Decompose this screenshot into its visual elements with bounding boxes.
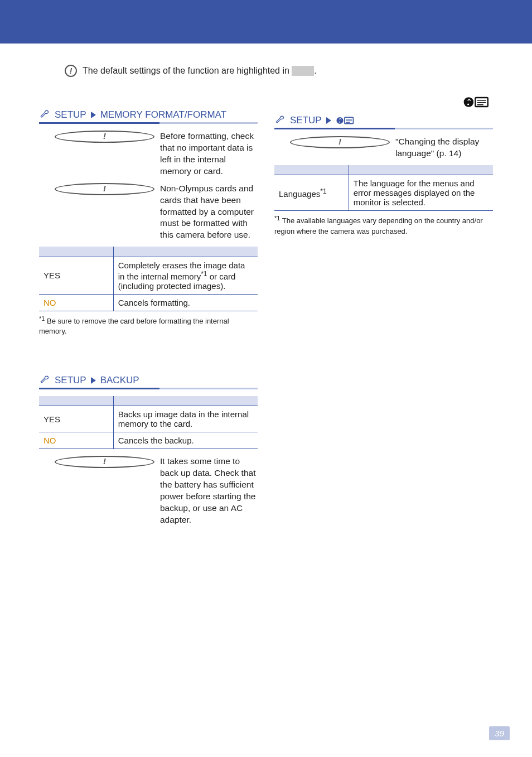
exclamation-icon — [55, 456, 154, 468]
note-text: It takes some time to back up data. Chec… — [160, 456, 258, 526]
footnote-text: Be sure to remove the card before format… — [39, 317, 229, 335]
exclamation-icon — [65, 65, 77, 77]
note-suffix: . — [314, 66, 316, 75]
table-header-cell — [39, 396, 113, 406]
table-row: Languages*1 The language for the menus a… — [274, 175, 493, 211]
note-text: Non-Olympus cards and cards that have be… — [160, 183, 258, 242]
svg-point-6 — [336, 117, 343, 124]
wrench-icon — [39, 109, 50, 120]
options-table-format: YES Completely erases the image data in … — [39, 247, 258, 311]
desc-sup: *1 — [201, 270, 207, 278]
language-menu-icon — [463, 94, 490, 110]
language-glyph-large — [274, 94, 493, 113]
description-cell: Cancels the backup. — [113, 432, 258, 449]
svg-point-0 — [464, 97, 474, 107]
description-cell: Backs up image data in the internal memo… — [113, 406, 258, 432]
section-heading-format: SETUP MEMORY FORMAT/FORMAT — [39, 109, 258, 124]
description-cell: The language for the menus and error mes… — [349, 175, 493, 211]
svg-point-7 — [339, 122, 340, 123]
table-row: YES Backs up image data in the internal … — [39, 406, 258, 432]
footnote-sup: *1 — [39, 315, 45, 322]
breadcrumb-label: MEMORY FORMAT/FORMAT — [100, 109, 226, 120]
left-column: SETUP MEMORY FORMAT/FORMAT Before format… — [39, 94, 258, 532]
breadcrumb-label: BACKUP — [100, 375, 139, 386]
chevron-right-icon — [326, 117, 331, 124]
section-heading-backup: SETUP BACKUP — [39, 375, 258, 389]
note-text: "Changing the display language" (p. 14) — [395, 136, 493, 160]
table-header-cell — [274, 165, 349, 175]
option-cell: YES — [39, 406, 113, 432]
note-text: The default settings of the function are… — [83, 66, 317, 76]
right-column: SETUP "Changing the display language" (p… — [274, 94, 493, 532]
exclamation-icon — [55, 183, 154, 195]
note-item: "Changing the display language" (p. 14) — [290, 136, 493, 160]
page-content: The default settings of the function are… — [0, 44, 532, 532]
table-row: NO Cancels formatting. — [39, 294, 258, 311]
header-band — [0, 0, 532, 44]
wrench-icon — [39, 375, 50, 386]
chevron-right-icon — [91, 112, 96, 118]
default-settings-note: The default settings of the function are… — [65, 65, 493, 77]
footnote-sup: *1 — [274, 215, 280, 221]
option-cell: YES — [39, 257, 113, 294]
table-header-cell — [39, 247, 113, 257]
footnote: *1 Be sure to remove the card before for… — [39, 315, 258, 337]
note-item: It takes some time to back up data. Chec… — [55, 456, 258, 526]
note-text: Before formatting, check that no importa… — [160, 131, 258, 177]
option-cell: NO — [39, 294, 113, 311]
section-heading-language: SETUP — [274, 115, 493, 129]
options-table-backup: YES Backs up image data in the internal … — [39, 396, 258, 450]
footnote: *1 The available languages vary dependin… — [274, 214, 493, 237]
option-sup: *1 — [320, 187, 326, 195]
columns-container: SETUP MEMORY FORMAT/FORMAT Before format… — [39, 94, 493, 532]
highlight-chip — [292, 66, 314, 76]
options-table-language: Languages*1 The language for the menus a… — [274, 165, 493, 211]
note-prefix: The default settings of the function are… — [83, 66, 292, 75]
note-item: Non-Olympus cards and cards that have be… — [55, 183, 258, 242]
wrench-icon — [274, 115, 286, 126]
exclamation-icon — [290, 136, 390, 148]
breadcrumb-label: SETUP — [290, 115, 322, 126]
description-cell: Completely erases the image data in the … — [113, 257, 258, 294]
footnote-text: The available languages vary depending o… — [274, 217, 483, 235]
exclamation-icon — [55, 131, 154, 143]
table-header-cell — [113, 247, 258, 257]
option-cell: NO — [39, 432, 113, 449]
table-header-cell — [113, 396, 258, 406]
description-cell: Cancels formatting. — [113, 294, 258, 311]
page-number: 39 — [489, 726, 510, 740]
svg-point-1 — [467, 103, 469, 105]
option-cell: Languages*1 — [274, 175, 349, 211]
note-item: Before formatting, check that no importa… — [55, 131, 258, 177]
breadcrumb-label: SETUP — [55, 375, 86, 386]
chevron-right-icon — [91, 377, 96, 384]
language-menu-icon — [336, 115, 355, 126]
breadcrumb-label: SETUP — [55, 109, 86, 120]
table-row: NO Cancels the backup. — [39, 432, 258, 449]
table-row: YES Completely erases the image data in … — [39, 257, 258, 294]
option-text: Languages — [279, 189, 320, 199]
table-header-cell — [349, 165, 493, 175]
